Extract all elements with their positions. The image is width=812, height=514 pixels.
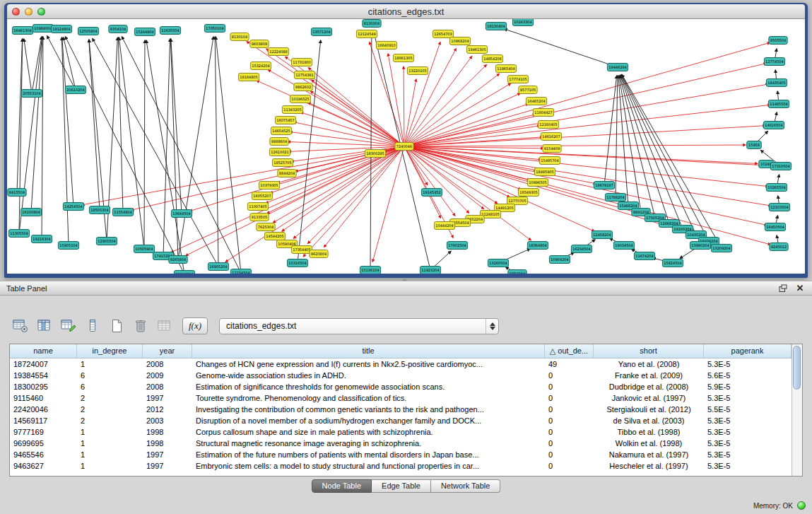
network-edge[interactable] bbox=[19, 39, 23, 233]
table-vertical-scrollbar[interactable] bbox=[792, 344, 802, 476]
network-edge[interactable] bbox=[404, 83, 511, 146]
cell-title[interactable]: Genome-wide association studies in ADHD. bbox=[192, 370, 545, 381]
network-node[interactable]: 18525705 bbox=[272, 159, 293, 167]
cell-out_de[interactable]: 0 bbox=[545, 426, 594, 438]
cell-year[interactable]: 1997 bbox=[143, 460, 192, 472]
network-edge[interactable] bbox=[42, 37, 43, 239]
network-node[interactable]: 10316504 bbox=[287, 259, 307, 267]
column-header-name[interactable]: name bbox=[10, 344, 77, 358]
cell-name[interactable]: 22420046 bbox=[10, 404, 77, 415]
network-node[interactable]: 16100804 bbox=[20, 209, 41, 216]
network-node[interactable]: 11554804 bbox=[112, 209, 133, 216]
cell-title[interactable]: Investigating the contribution of common… bbox=[192, 404, 545, 415]
network-node[interactable]: 17774105 bbox=[507, 76, 528, 83]
cell-out_de[interactable]: 0 bbox=[545, 449, 594, 460]
network-canvas[interactable]: 7240046813010496038081222408815324204117… bbox=[7, 19, 805, 274]
network-node[interactable]: 15495704 bbox=[539, 157, 560, 165]
cell-out_de[interactable]: 0 bbox=[545, 381, 594, 392]
table-row[interactable]: 1456911722003Disruption of a novel membe… bbox=[10, 415, 792, 426]
column-header-in_degree[interactable]: in_degree bbox=[77, 344, 143, 358]
float-panel-icon[interactable] bbox=[777, 284, 789, 293]
tab-network-table[interactable]: Network Table bbox=[431, 479, 501, 493]
network-edge[interactable] bbox=[310, 91, 404, 146]
network-node[interactable]: 11865404 bbox=[495, 65, 516, 73]
network-node[interactable]: 9888604 bbox=[270, 138, 288, 146]
table-row[interactable]: 1830029562008Estimation of significance … bbox=[10, 381, 792, 392]
cell-name[interactable]: 9463627 bbox=[10, 460, 77, 472]
cell-year[interactable]: 1998 bbox=[143, 426, 192, 438]
cell-short[interactable]: Dudbridge et al. (2008) bbox=[594, 381, 704, 392]
network-node[interactable]: 18435405 bbox=[766, 79, 787, 87]
network-node[interactable]: 16465204 bbox=[526, 98, 546, 105]
network-node[interactable]: 16450504 bbox=[765, 223, 785, 231]
network-node[interactable]: 12234504 bbox=[230, 269, 251, 274]
network-node[interactable]: 11674204 bbox=[634, 252, 654, 260]
table-row[interactable]: 2242004622012Investigating the contribut… bbox=[10, 404, 792, 415]
network-node[interactable]: 16640910 bbox=[376, 42, 396, 49]
network-node[interactable]: 17310504 bbox=[770, 163, 791, 170]
cell-short[interactable]: Stergiakouli et al. (2012) bbox=[594, 404, 704, 415]
network-node[interactable]: 9133505 bbox=[250, 214, 269, 221]
network-edge[interactable] bbox=[308, 68, 404, 146]
cell-name[interactable]: 19384554 bbox=[10, 370, 77, 381]
network-edge[interactable] bbox=[61, 37, 69, 245]
cell-name[interactable]: 9115460 bbox=[10, 392, 77, 404]
network-edge[interactable] bbox=[404, 146, 767, 225]
table-row[interactable]: 946362711997Embryonic stem cells: a mode… bbox=[10, 460, 792, 472]
network-edge[interactable] bbox=[404, 49, 456, 146]
network-node[interactable]: 10243304 bbox=[512, 19, 533, 26]
network-node[interactable]: 18040504 bbox=[174, 271, 194, 274]
cell-year[interactable]: 2008 bbox=[143, 358, 192, 370]
network-node[interactable]: 9603808 bbox=[250, 40, 269, 48]
column-icon[interactable] bbox=[82, 316, 103, 336]
network-node[interactable]: 14854208 bbox=[482, 55, 502, 63]
cell-name[interactable]: 9777169 bbox=[10, 426, 77, 438]
cell-pagerank[interactable]: 5.5E-5 bbox=[704, 404, 792, 415]
network-node[interactable]: 11305504 bbox=[8, 230, 29, 238]
network-node[interactable]: 9354104 bbox=[109, 25, 127, 33]
cell-pagerank[interactable]: 5.3E-5 bbox=[704, 426, 792, 438]
network-edge[interactable] bbox=[616, 76, 618, 197]
network-node[interactable]: 15824504 bbox=[662, 259, 683, 267]
network-edge[interactable] bbox=[324, 146, 404, 247]
network-node[interactable]: 9505504 bbox=[769, 37, 787, 45]
network-edge[interactable] bbox=[404, 146, 770, 245]
cell-pagerank[interactable]: 5.3E-5 bbox=[704, 460, 792, 472]
network-node[interactable]: 17602504 bbox=[447, 242, 467, 250]
cell-out_de[interactable]: 0 bbox=[545, 438, 594, 449]
network-node[interactable]: 10196525 bbox=[290, 95, 310, 103]
network-edge[interactable] bbox=[404, 104, 529, 146]
network-node[interactable]: 17354405 bbox=[291, 246, 312, 254]
network-edge[interactable] bbox=[504, 29, 618, 67]
network-node[interactable]: 20553104 bbox=[21, 90, 42, 98]
cell-year[interactable]: 2008 bbox=[143, 381, 192, 392]
close-window-button[interactable] bbox=[12, 8, 20, 16]
network-edge[interactable] bbox=[404, 146, 647, 216]
network-edge[interactable] bbox=[62, 37, 73, 206]
network-window-titlebar[interactable]: citations_edges.txt bbox=[7, 4, 805, 19]
network-node[interactable]: 11635504 bbox=[160, 27, 180, 35]
network-edge[interactable] bbox=[186, 146, 404, 256]
table-settings-icon[interactable] bbox=[10, 316, 31, 336]
table-row[interactable]: 977716911998Corpus callosum shape and si… bbox=[10, 426, 792, 438]
network-node[interactable]: 12770705 bbox=[507, 197, 527, 205]
cell-year[interactable]: 2003 bbox=[143, 415, 192, 426]
network-edge[interactable] bbox=[273, 146, 404, 223]
cell-pagerank[interactable]: 5.3E-5 bbox=[704, 449, 792, 460]
cell-in_degree[interactable]: 1 bbox=[77, 460, 143, 472]
network-edge[interactable] bbox=[89, 40, 100, 210]
minimize-window-button[interactable] bbox=[25, 8, 33, 16]
network-node[interactable]: 9750204 bbox=[508, 270, 526, 274]
network-node[interactable]: 9265804 bbox=[169, 256, 187, 264]
cell-in_degree[interactable]: 1 bbox=[77, 358, 143, 370]
cell-pagerank[interactable]: 5.6E-5 bbox=[704, 370, 792, 381]
cell-name[interactable]: 18724007 bbox=[10, 358, 77, 370]
network-node[interactable]: 8844204 bbox=[278, 170, 296, 177]
delete-table-icon[interactable] bbox=[130, 316, 151, 336]
network-node[interactable]: 9245012 bbox=[770, 243, 788, 251]
network-node[interactable]: 12103504 bbox=[769, 204, 789, 211]
cell-pagerank[interactable]: 5.9E-5 bbox=[704, 381, 792, 392]
tab-node-table[interactable]: Node Table bbox=[312, 479, 372, 493]
network-edge[interactable] bbox=[17, 39, 23, 192]
network-node[interactable]: 11343205 bbox=[282, 106, 302, 114]
